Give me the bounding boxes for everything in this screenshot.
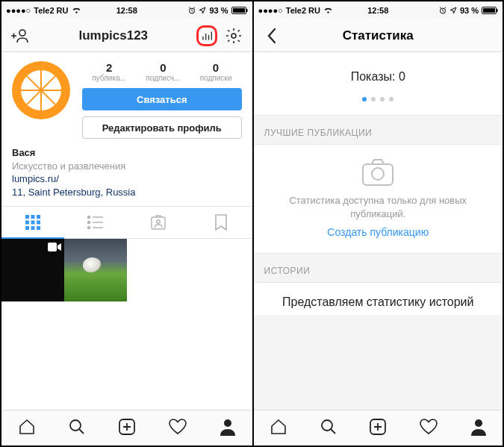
insights-button[interactable] xyxy=(196,25,217,46)
stats-navbar: Статистика xyxy=(254,19,503,52)
best-posts-card: Статистика доступна только для новых пуб… xyxy=(254,144,503,254)
clock-label: 12:58 xyxy=(116,6,137,15)
svg-rect-6 xyxy=(25,215,29,219)
bar-chart-icon xyxy=(202,28,212,43)
tab-profile[interactable] xyxy=(470,418,487,439)
tab-search[interactable] xyxy=(68,418,86,439)
plus-square-icon xyxy=(369,418,387,436)
plus-square-icon xyxy=(118,418,136,436)
page-indicator xyxy=(261,97,496,101)
person-filled-icon xyxy=(470,418,487,436)
battery-icon xyxy=(231,7,248,14)
create-post-link[interactable]: Создать публикацию xyxy=(269,226,488,238)
page-title: Статистика xyxy=(343,28,414,43)
username-title[interactable]: lumpics123 xyxy=(78,28,148,43)
profile-navbar: lumpics123 xyxy=(1,19,252,52)
heart-icon xyxy=(168,418,187,436)
profile-tabs xyxy=(1,206,252,239)
carrier-label: Tele2 RU xyxy=(34,6,68,15)
tab-saved[interactable] xyxy=(190,207,252,238)
edit-profile-button[interactable]: Редактировать профиль xyxy=(82,116,242,139)
back-button[interactable] xyxy=(261,25,282,46)
stat-posts[interactable]: 2публика... xyxy=(92,61,126,82)
battery-icon xyxy=(482,7,498,14)
bio-block: Вася Искусство и развлечения lumpics.ru/… xyxy=(1,143,252,206)
tab-search[interactable] xyxy=(320,418,337,439)
tab-tagged[interactable] xyxy=(127,207,190,238)
bookmark-icon xyxy=(214,214,228,231)
impressions-card[interactable]: Показы: 0 xyxy=(254,52,503,116)
heart-icon xyxy=(419,418,438,436)
tab-home[interactable] xyxy=(270,418,287,439)
stat-followers[interactable]: 0подписч... xyxy=(146,61,180,82)
signal-dots-icon: ●●●●○ xyxy=(6,6,31,15)
svg-rect-20 xyxy=(48,243,57,251)
bottom-tabbar xyxy=(254,410,503,446)
battery-pct-label: 93 % xyxy=(209,6,228,15)
carrier-label: Tele2 RU xyxy=(286,6,320,15)
stat-following[interactable]: 0подписки xyxy=(200,61,232,82)
svg-rect-13 xyxy=(31,226,34,230)
tab-create[interactable] xyxy=(369,418,387,439)
best-posts-note: Статистика доступна только для новых пуб… xyxy=(269,194,488,220)
impressions-metric: Показы: 0 xyxy=(261,70,496,84)
tab-grid[interactable] xyxy=(1,207,64,238)
tagged-icon xyxy=(150,214,167,231)
svg-rect-10 xyxy=(31,221,34,225)
profile-screen: ●●●●○ Tele2 RU 12:58 93 % lumpics123 xyxy=(1,1,252,446)
stories-headline: Представляем статистику историй xyxy=(269,295,488,310)
gear-icon xyxy=(225,27,243,45)
tab-profile[interactable] xyxy=(220,418,236,439)
person-filled-icon xyxy=(220,418,236,436)
svg-rect-7 xyxy=(31,215,34,219)
svg-point-23 xyxy=(224,419,231,427)
svg-point-17 xyxy=(87,227,90,229)
contact-button[interactable]: Связаться xyxy=(82,88,242,110)
status-bar: ●●●●○ Tele2 RU 12:58 93 % xyxy=(254,1,503,19)
svg-point-16 xyxy=(87,222,90,224)
svg-point-29 xyxy=(372,168,384,180)
svg-rect-2 xyxy=(233,8,245,13)
home-icon xyxy=(270,418,287,436)
section-header-stories: ИСТОРИИ xyxy=(254,254,503,282)
svg-rect-14 xyxy=(37,226,40,230)
svg-point-19 xyxy=(156,220,160,224)
camera-icon xyxy=(269,158,488,187)
svg-rect-11 xyxy=(37,221,40,225)
video-badge-icon xyxy=(48,242,61,255)
alarm-icon xyxy=(439,7,447,14)
svg-point-32 xyxy=(475,419,482,427)
display-name: Вася xyxy=(12,146,242,160)
svg-rect-26 xyxy=(483,8,495,13)
avatar[interactable] xyxy=(12,61,70,119)
statistics-screen: ●●●●○ Tele2 RU 12:58 93 % Статистика xyxy=(252,1,503,446)
address-link[interactable]: 11, Saint Petersburg, Russia xyxy=(12,186,242,199)
svg-rect-27 xyxy=(497,9,498,12)
post-thumbnail[interactable] xyxy=(1,239,64,301)
svg-point-21 xyxy=(70,420,81,431)
stories-intro-card: Представляем статистику историй xyxy=(254,282,503,315)
settings-button[interactable] xyxy=(223,25,244,46)
tab-create[interactable] xyxy=(118,418,136,439)
website-link[interactable]: lumpics.ru/ xyxy=(12,172,242,186)
tab-home[interactable] xyxy=(18,418,36,439)
tab-activity[interactable] xyxy=(168,418,187,439)
category-label: Искусство и развлечения xyxy=(12,160,242,173)
battery-pct-label: 93 % xyxy=(460,6,479,15)
search-icon xyxy=(68,418,86,436)
tab-activity[interactable] xyxy=(419,418,438,439)
post-thumbnail[interactable] xyxy=(64,239,127,301)
svg-point-30 xyxy=(322,420,332,431)
alarm-icon xyxy=(188,7,196,14)
profile-stats: 2публика... 0подписч... 0подписки xyxy=(82,61,242,82)
discover-people-button[interactable] xyxy=(9,25,30,46)
svg-point-4 xyxy=(19,30,25,36)
section-header-best: ЛУЧШИЕ ПУБЛИКАЦИИ xyxy=(254,116,503,144)
svg-rect-9 xyxy=(25,221,29,225)
status-bar: ●●●●○ Tele2 RU 12:58 93 % xyxy=(1,1,252,19)
wifi-icon xyxy=(72,7,81,14)
media-grid[interactable] xyxy=(1,239,252,410)
clock-label: 12:58 xyxy=(367,6,388,15)
tab-list[interactable] xyxy=(64,207,127,238)
list-icon xyxy=(87,214,105,231)
